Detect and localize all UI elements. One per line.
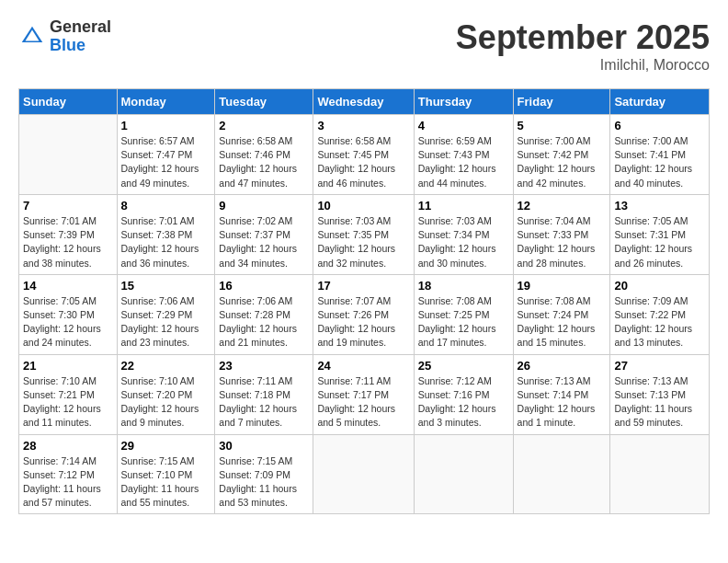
calendar-cell: 4 Sunrise: 6:59 AMSunset: 7:43 PMDayligh… <box>414 115 513 195</box>
header-monday: Monday <box>117 89 215 115</box>
day-number: 22 <box>121 359 211 373</box>
logo: General Blue <box>18 18 111 55</box>
calendar-cell: 29 Sunrise: 7:15 AMSunset: 7:10 PMDaylig… <box>117 434 215 514</box>
calendar-week-row: 1 Sunrise: 6:57 AMSunset: 7:47 PMDayligh… <box>19 115 710 195</box>
day-info: Sunrise: 7:10 AMSunset: 7:20 PMDaylight:… <box>121 375 199 429</box>
day-number: 15 <box>121 279 211 293</box>
day-info: Sunrise: 7:05 AMSunset: 7:30 PMDaylight:… <box>23 295 101 349</box>
calendar-cell: 15 Sunrise: 7:06 AMSunset: 7:29 PMDaylig… <box>117 274 215 354</box>
header-friday: Friday <box>513 89 610 115</box>
day-number: 17 <box>317 279 409 293</box>
calendar-cell: 28 Sunrise: 7:14 AMSunset: 7:12 PMDaylig… <box>19 434 118 514</box>
calendar-cell: 19 Sunrise: 7:08 AMSunset: 7:24 PMDaylig… <box>513 274 610 354</box>
calendar-cell: 10 Sunrise: 7:03 AMSunset: 7:35 PMDaylig… <box>313 194 414 274</box>
calendar-cell: 27 Sunrise: 7:13 AMSunset: 7:13 PMDaylig… <box>610 354 710 434</box>
day-number: 20 <box>614 279 705 293</box>
calendar-cell: 23 Sunrise: 7:11 AMSunset: 7:18 PMDaylig… <box>215 354 313 434</box>
day-info: Sunrise: 7:01 AMSunset: 7:39 PMDaylight:… <box>23 215 101 269</box>
calendar-cell: 25 Sunrise: 7:12 AMSunset: 7:16 PMDaylig… <box>414 354 513 434</box>
calendar-cell: 16 Sunrise: 7:06 AMSunset: 7:28 PMDaylig… <box>215 274 313 354</box>
day-info: Sunrise: 7:04 AMSunset: 7:33 PMDaylight:… <box>518 215 596 269</box>
day-number: 5 <box>518 119 607 132</box>
calendar-cell: 1 Sunrise: 6:57 AMSunset: 7:47 PMDayligh… <box>117 115 215 195</box>
day-number: 29 <box>121 439 211 453</box>
calendar-cell: 30 Sunrise: 7:15 AMSunset: 7:09 PMDaylig… <box>215 434 313 514</box>
calendar-cell: 9 Sunrise: 7:02 AMSunset: 7:37 PMDayligh… <box>215 194 313 274</box>
day-info: Sunrise: 7:09 AMSunset: 7:22 PMDaylight:… <box>614 295 692 349</box>
day-info: Sunrise: 7:13 AMSunset: 7:14 PMDaylight:… <box>518 375 596 429</box>
day-number: 25 <box>418 359 509 373</box>
calendar-cell: 21 Sunrise: 7:10 AMSunset: 7:21 PMDaylig… <box>19 354 118 434</box>
calendar-cell: 8 Sunrise: 7:01 AMSunset: 7:38 PMDayligh… <box>117 194 215 274</box>
day-number: 14 <box>23 279 113 293</box>
day-number: 27 <box>614 359 705 373</box>
day-number: 12 <box>518 199 607 213</box>
day-number: 10 <box>317 199 409 213</box>
header-tuesday: Tuesday <box>215 89 313 115</box>
calendar-cell: 26 Sunrise: 7:13 AMSunset: 7:14 PMDaylig… <box>513 354 610 434</box>
month-title: September 2025 <box>456 18 710 57</box>
day-number: 21 <box>23 359 113 373</box>
day-info: Sunrise: 7:11 AMSunset: 7:18 PMDaylight:… <box>219 375 297 429</box>
day-info: Sunrise: 7:05 AMSunset: 7:31 PMDaylight:… <box>614 215 692 269</box>
day-number: 28 <box>23 439 113 453</box>
day-info: Sunrise: 7:07 AMSunset: 7:26 PMDaylight:… <box>317 295 395 349</box>
calendar-cell <box>610 434 710 514</box>
day-number: 11 <box>418 199 509 213</box>
calendar-table: SundayMondayTuesdayWednesdayThursdayFrid… <box>18 88 710 514</box>
day-info: Sunrise: 7:06 AMSunset: 7:29 PMDaylight:… <box>121 295 199 349</box>
day-number: 7 <box>23 199 113 213</box>
calendar-cell: 3 Sunrise: 6:58 AMSunset: 7:45 PMDayligh… <box>313 115 414 195</box>
calendar-cell: 6 Sunrise: 7:00 AMSunset: 7:41 PMDayligh… <box>610 115 710 195</box>
calendar-week-row: 28 Sunrise: 7:14 AMSunset: 7:12 PMDaylig… <box>19 434 710 514</box>
day-info: Sunrise: 7:08 AMSunset: 7:24 PMDaylight:… <box>518 295 596 349</box>
day-number: 6 <box>614 119 705 132</box>
header-wednesday: Wednesday <box>313 89 414 115</box>
day-info: Sunrise: 7:13 AMSunset: 7:13 PMDaylight:… <box>614 375 692 429</box>
day-info: Sunrise: 7:11 AMSunset: 7:17 PMDaylight:… <box>317 375 395 429</box>
day-info: Sunrise: 7:15 AMSunset: 7:09 PMDaylight:… <box>219 455 297 509</box>
day-info: Sunrise: 7:02 AMSunset: 7:37 PMDaylight:… <box>219 215 297 269</box>
day-info: Sunrise: 7:00 AMSunset: 7:42 PMDaylight:… <box>518 135 596 189</box>
day-number: 18 <box>418 279 509 293</box>
day-number: 1 <box>121 119 211 132</box>
day-info: Sunrise: 7:03 AMSunset: 7:34 PMDaylight:… <box>418 215 496 269</box>
calendar-cell: 11 Sunrise: 7:03 AMSunset: 7:34 PMDaylig… <box>414 194 513 274</box>
header-sunday: Sunday <box>19 89 118 115</box>
day-info: Sunrise: 6:57 AMSunset: 7:47 PMDaylight:… <box>121 135 199 189</box>
day-number: 26 <box>518 359 607 373</box>
day-number: 13 <box>614 199 705 213</box>
header-thursday: Thursday <box>414 89 513 115</box>
day-number: 30 <box>219 439 309 453</box>
calendar-cell <box>19 115 118 195</box>
day-info: Sunrise: 7:08 AMSunset: 7:25 PMDaylight:… <box>418 295 496 349</box>
calendar-cell: 18 Sunrise: 7:08 AMSunset: 7:25 PMDaylig… <box>414 274 513 354</box>
day-number: 16 <box>219 279 309 293</box>
calendar-cell: 20 Sunrise: 7:09 AMSunset: 7:22 PMDaylig… <box>610 274 710 354</box>
calendar-cell <box>513 434 610 514</box>
logo-general-label: General <box>50 18 111 37</box>
day-info: Sunrise: 7:14 AMSunset: 7:12 PMDaylight:… <box>23 455 101 509</box>
day-info: Sunrise: 7:12 AMSunset: 7:16 PMDaylight:… <box>418 375 496 429</box>
title-block: September 2025 Imilchil, Morocco <box>456 18 710 74</box>
calendar-week-row: 14 Sunrise: 7:05 AMSunset: 7:30 PMDaylig… <box>19 274 710 354</box>
day-number: 4 <box>418 119 509 132</box>
location-label: Imilchil, Morocco <box>456 57 710 74</box>
day-info: Sunrise: 6:58 AMSunset: 7:45 PMDaylight:… <box>317 135 395 189</box>
day-info: Sunrise: 7:10 AMSunset: 7:21 PMDaylight:… <box>23 375 101 429</box>
header-saturday: Saturday <box>610 89 710 115</box>
logo-text: General Blue <box>50 18 111 55</box>
calendar-cell: 5 Sunrise: 7:00 AMSunset: 7:42 PMDayligh… <box>513 115 610 195</box>
day-number: 2 <box>219 119 309 132</box>
day-info: Sunrise: 7:01 AMSunset: 7:38 PMDaylight:… <box>121 215 199 269</box>
calendar-cell: 22 Sunrise: 7:10 AMSunset: 7:20 PMDaylig… <box>117 354 215 434</box>
calendar-cell <box>313 434 414 514</box>
page-header: General Blue September 2025 Imilchil, Mo… <box>18 18 710 74</box>
calendar-cell: 12 Sunrise: 7:04 AMSunset: 7:33 PMDaylig… <box>513 194 610 274</box>
calendar-cell: 2 Sunrise: 6:58 AMSunset: 7:46 PMDayligh… <box>215 115 313 195</box>
day-number: 8 <box>121 199 211 213</box>
day-info: Sunrise: 7:06 AMSunset: 7:28 PMDaylight:… <box>219 295 297 349</box>
day-number: 19 <box>518 279 607 293</box>
calendar-week-row: 7 Sunrise: 7:01 AMSunset: 7:39 PMDayligh… <box>19 194 710 274</box>
calendar-cell <box>414 434 513 514</box>
